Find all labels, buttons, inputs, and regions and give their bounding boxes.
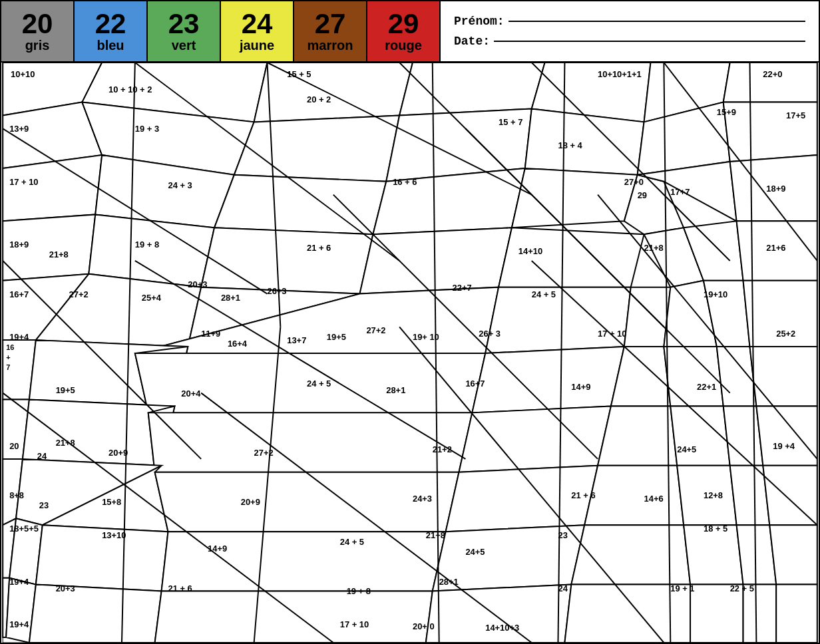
expr-24-3b: 24+3 (413, 494, 432, 504)
expr-bottom-19-4: 19+4 (9, 619, 29, 629)
expr-24-5b: 24 + 5 (307, 379, 331, 389)
expr-19-4: 19+4 (9, 332, 29, 342)
svg-marker-82 (690, 585, 743, 643)
expr-left-7: 7 (6, 363, 10, 371)
number-gris: 20 (22, 10, 53, 38)
svg-marker-80 (426, 585, 571, 643)
svg-marker-27 (499, 228, 644, 287)
svg-marker-70 (162, 532, 446, 591)
expr-21-6: 21 + 6 (307, 243, 331, 253)
expr-19-5: 19+5 (327, 332, 346, 342)
label-gris: gris (25, 38, 50, 53)
expr-21-6d: 21 + 6 (168, 583, 192, 593)
puzzle-svg: 10+10 10 + 10 + 2 15 + 5 20 + 2 10+10+1+… (1, 63, 819, 643)
expr-18-5: 18 + 5 (704, 524, 727, 534)
svg-marker-48 (749, 347, 817, 406)
color-cell-marron: 27 marron (294, 1, 367, 61)
expr-14-6: 14+6 (644, 494, 664, 504)
expr-21-8b: 21+8 (644, 243, 664, 253)
expr-26-3: 26+3 (267, 286, 286, 296)
expr-25-4: 25+4 (142, 293, 162, 303)
svg-marker-36 (624, 287, 671, 347)
label-bleu: bleu (97, 38, 124, 53)
expr-left-16-7: 16 (6, 343, 14, 351)
expr-28-1: 28+1 (221, 293, 240, 303)
expr-29: 29 (638, 190, 647, 200)
svg-marker-17 (214, 175, 386, 234)
expr-19-5b: 19+5 (56, 385, 75, 395)
svg-marker-54 (598, 406, 677, 465)
svg-marker-46 (664, 347, 723, 406)
expr-20-9b: 20+9 (241, 497, 260, 507)
expr-22-7: 22+7 (453, 283, 472, 293)
expr-17-10-bottom: 17 + 10 (340, 619, 369, 629)
expr-21-8d: 21+8 (426, 530, 445, 540)
expr-19-8: 19 + 8 (135, 240, 159, 249)
svg-marker-26 (360, 228, 512, 293)
svg-marker-52 (148, 412, 473, 472)
expr-24-5e: 24+5 (465, 547, 485, 557)
expr-14-10: 14+10 (518, 246, 542, 256)
expr-16-7b: 16+7 (465, 379, 485, 389)
expr-19-3: 19 + 3 (135, 124, 159, 134)
label-jaune: jaune (240, 38, 274, 53)
expr-16-7: 16+7 (9, 289, 29, 299)
expr-25-2: 25+2 (776, 329, 795, 339)
number-jaune: 24 (242, 10, 273, 38)
expr-20-3: 20+3 (188, 279, 207, 289)
prenom-underline (509, 21, 805, 22)
label-marron: marron (308, 38, 353, 53)
expr-23b: 23 (558, 530, 567, 540)
expr-10-10-1-1: 10+10+1+1 (598, 69, 642, 79)
expr-21-6b: 21+6 (766, 243, 785, 253)
expr-11-9: 11+9 (201, 329, 220, 339)
color-cell-jaune: 24 jaune (221, 1, 294, 61)
svg-marker-35 (485, 287, 630, 353)
label-rouge: rouge (385, 38, 422, 53)
expr-21-8c: 21+8 (56, 438, 75, 448)
prenom-label: Prénom: (454, 15, 505, 28)
expr-16-4: 16+4 (228, 339, 248, 349)
svg-marker-84 (776, 585, 817, 643)
expr-27-2c: 27+2 (254, 448, 274, 458)
expr-28-1c: 28+1 (439, 577, 459, 587)
expr-13-10: 13+10 (102, 530, 126, 540)
expr-27-2: 27+2 (69, 289, 89, 299)
color-cell-bleu: 22 bleu (75, 1, 148, 61)
expr-22-0: 22+0 (763, 69, 782, 79)
expr-24-5d: 24 + 5 (340, 537, 364, 547)
expr-10-10-2: 10 + 10 + 2 (108, 84, 152, 94)
expr-24b: 24 (558, 583, 568, 593)
expr-16-6: 16 + 6 (393, 177, 417, 187)
app-container: 20 gris 22 bleu 23 vert 24 jaune 27 marr… (0, 0, 820, 644)
expr-18-9: 18+9 (766, 184, 785, 194)
number-bleu: 22 (95, 10, 126, 38)
expr-20-2: 20 + 2 (307, 94, 331, 104)
expr-23: 23 (39, 500, 49, 510)
expr-17-7: 17+7 (670, 187, 690, 197)
expr-27-0: 27+0 (624, 177, 644, 187)
header: 20 gris 22 bleu 23 vert 24 jaune 27 marr… (1, 1, 819, 63)
svg-marker-78 (29, 585, 162, 643)
expr-15-9: 15+9 (717, 107, 736, 117)
svg-marker-4 (399, 63, 544, 115)
svg-marker-10 (234, 115, 399, 181)
expr-24-5c: 24+5 (677, 444, 696, 454)
date-line: Date: (454, 35, 805, 48)
expr-17-5: 17+5 (786, 110, 805, 120)
expr-19-1: 19 + 1 (670, 583, 694, 593)
number-vert: 23 (168, 10, 200, 38)
expr-19-8b: 19 + 8 (347, 586, 371, 596)
expr-24-5: 24 + 5 (532, 289, 556, 299)
expr-13-9: 13+9 (9, 124, 29, 134)
expr-21-8: 21+8 (49, 249, 69, 259)
expr-12-8: 12+8 (704, 490, 723, 500)
expr-15-5: 15 + 5 (287, 69, 311, 79)
expr-left-plus: + (6, 353, 10, 361)
expr-18-4: 18 + 4 (558, 140, 582, 150)
expr-10-10: 10+10 (11, 69, 35, 79)
expr-20-3b: 20+3 (56, 583, 75, 593)
color-cell-rouge: 29 rouge (367, 1, 441, 61)
expr-27-2b: 27+2 (366, 325, 385, 335)
svg-marker-81 (564, 585, 690, 643)
